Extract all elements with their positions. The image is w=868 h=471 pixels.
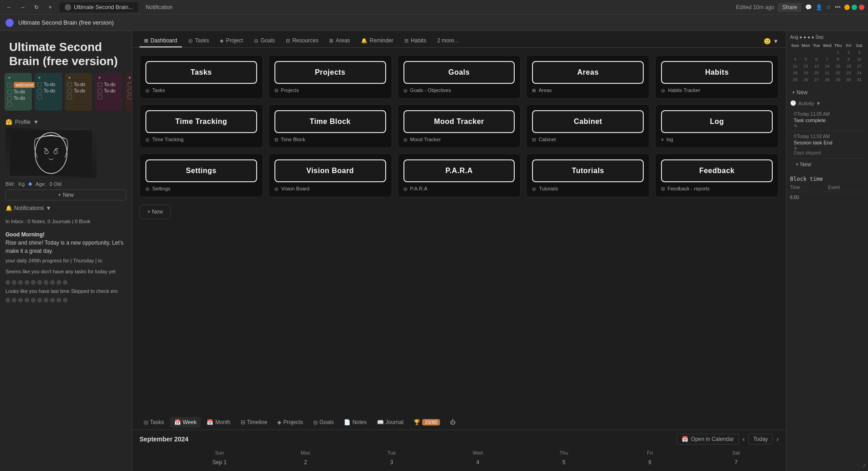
kanban-check[interactable]: [128, 95, 132, 99]
kanban-check[interactable]: [7, 90, 12, 94]
sidebar-new-button[interactable]: + New: [786, 87, 868, 98]
win-controls[interactable]: [844, 5, 864, 10]
areas-button[interactable]: Areas: [532, 61, 644, 84]
mini-cal-cell[interactable]: 7: [822, 56, 832, 62]
tasks-button[interactable]: Tasks: [145, 61, 257, 84]
kanban-check[interactable]: [67, 82, 72, 87]
week-tab-power[interactable]: ⏻: [446, 417, 460, 428]
notification-tab[interactable]: Notification: [142, 4, 176, 10]
projects-button[interactable]: Projects: [274, 61, 386, 84]
mini-cal-cell[interactable]: 30: [843, 77, 853, 83]
mini-cal-cell[interactable]: 27: [811, 77, 822, 83]
mini-cal-cell[interactable]: 24: [854, 70, 864, 76]
para-link[interactable]: ◎ P.A.R.A: [403, 186, 515, 191]
tasks-link[interactable]: ◎ Tasks: [145, 87, 257, 93]
mini-cal-cell[interactable]: 25: [790, 77, 800, 83]
kanban-check[interactable]: [98, 89, 102, 93]
time-tracking-link[interactable]: ◎ Time Tracking: [145, 137, 257, 142]
kanban-check[interactable]: [37, 89, 42, 93]
nav-dropdown[interactable]: ▼: [773, 38, 779, 45]
mini-cal-cell[interactable]: 15: [833, 63, 843, 69]
forward-btn[interactable]: →: [17, 2, 28, 13]
kanban-check[interactable]: [98, 82, 102, 87]
mini-cal-cell[interactable]: 29: [833, 77, 843, 83]
mini-cal-cell[interactable]: 6: [811, 56, 822, 62]
back-btn[interactable]: ←: [4, 2, 15, 13]
kanban-check[interactable]: [7, 83, 12, 87]
mini-cal-cell[interactable]: 26: [801, 77, 811, 83]
areas-link[interactable]: ⊞ Areas: [532, 87, 644, 93]
mini-cal-cell[interactable]: 2: [843, 49, 853, 56]
notifications-row[interactable]: 🔔 Notifications ▼: [5, 203, 126, 213]
mini-cal-cell[interactable]: 22: [833, 70, 843, 76]
time-block-link[interactable]: ⊟ Time Block: [274, 137, 386, 142]
mini-cal-cell[interactable]: 31: [854, 77, 864, 83]
settings-button[interactable]: Settings: [145, 159, 257, 182]
goals-link[interactable]: ◎ Goals - Objectives: [403, 87, 515, 93]
share-button[interactable]: Share: [778, 3, 801, 12]
new-tab-btn[interactable]: +: [45, 2, 56, 13]
mini-cal-cell[interactable]: 9: [843, 56, 853, 62]
tutorials-button[interactable]: Tutorials: [532, 159, 644, 182]
tab-more[interactable]: 2 more...: [433, 35, 463, 47]
week-tab-journal[interactable]: 📖 Journal: [373, 417, 408, 428]
mini-cal-cell[interactable]: 17: [854, 63, 864, 69]
week-tab-goals[interactable]: ◎ Goals: [309, 417, 338, 428]
mini-cal-cell[interactable]: 21: [822, 70, 832, 76]
log-button[interactable]: Log: [661, 110, 773, 133]
projects-link[interactable]: ⊟ Projects: [274, 87, 386, 93]
kanban-check[interactable]: [37, 82, 42, 87]
mini-cal-cell[interactable]: 4: [790, 56, 800, 62]
more-icon[interactable]: •••: [835, 4, 841, 10]
window-controls[interactable]: ← → ↻ +: [4, 2, 56, 13]
resize-handle[interactable]: ↗: [862, 463, 866, 469]
mini-cal-cell[interactable]: 18: [790, 70, 800, 76]
kanban-check[interactable]: [67, 89, 72, 93]
habits-link[interactable]: ◎ Habits Tracker: [661, 87, 773, 93]
mini-cal-cell[interactable]: 28: [822, 77, 832, 83]
kanban-check[interactable]: [7, 96, 12, 101]
star-icon[interactable]: ☆: [826, 4, 831, 10]
tab-project[interactable]: ◈ Project: [215, 35, 247, 47]
mini-cal-cell[interactable]: 8: [833, 56, 843, 62]
goals-button[interactable]: Goals: [403, 61, 515, 84]
time-tracking-button[interactable]: Time Tracking: [145, 110, 257, 133]
time-block-button[interactable]: Time Block: [274, 110, 386, 133]
week-tab-timeline[interactable]: ⊟ Timeline: [237, 417, 272, 428]
mini-cal-cell[interactable]: 11: [790, 63, 800, 69]
notifications-dropdown[interactable]: ▼: [46, 205, 51, 211]
mini-cal-cell[interactable]: [790, 49, 800, 56]
mini-cal-cell[interactable]: [811, 49, 822, 56]
close-btn[interactable]: [859, 5, 864, 10]
mini-cal-cell[interactable]: [822, 49, 832, 56]
mini-cal-cell[interactable]: 23: [843, 70, 853, 76]
vision-board-link[interactable]: ◎ Vision Board: [274, 186, 386, 191]
maximize-btn[interactable]: [852, 5, 857, 10]
week-tab-week[interactable]: 📅 Week: [170, 417, 201, 428]
mini-cal-cell[interactable]: 12: [801, 63, 811, 69]
tab-resources[interactable]: ⊟ Resources: [281, 35, 323, 47]
log-link[interactable]: ≡ log: [661, 137, 773, 142]
mini-cal-cell[interactable]: [801, 49, 811, 56]
user-icon[interactable]: 👤: [816, 4, 822, 10]
activity-new-button[interactable]: + New: [790, 159, 816, 170]
tutorials-link[interactable]: ◎ Tutorials: [532, 186, 644, 191]
prev-month-button[interactable]: ‹: [743, 435, 745, 443]
next-month-button[interactable]: ›: [776, 435, 779, 443]
week-tab-tasks[interactable]: ◎ Tasks: [140, 417, 168, 428]
tab-tasks[interactable]: ◎ Tasks: [184, 35, 214, 47]
minimize-btn[interactable]: [844, 5, 850, 10]
browser-tab[interactable]: Ultimate Second Brain...: [59, 2, 138, 12]
kanban-check[interactable]: [67, 95, 72, 99]
mini-cal-cell[interactable]: 19: [801, 70, 811, 76]
cabinet-button[interactable]: Cabinet: [532, 110, 644, 133]
open-calendar-button[interactable]: 📅 Open in Calendar: [677, 434, 739, 445]
tab-goals[interactable]: ◎ Goals: [249, 35, 279, 47]
mini-cal-cell[interactable]: 16: [843, 63, 853, 69]
mood-tracker-button[interactable]: Mood Tracker: [403, 110, 515, 133]
mini-cal-cell[interactable]: 1: [833, 49, 843, 56]
kanban-check[interactable]: [128, 89, 132, 93]
kanban-check[interactable]: [37, 95, 42, 99]
tab-dashboard[interactable]: ⊞ Dashboard: [140, 35, 182, 47]
mini-cal-cell[interactable]: 5: [801, 56, 811, 62]
